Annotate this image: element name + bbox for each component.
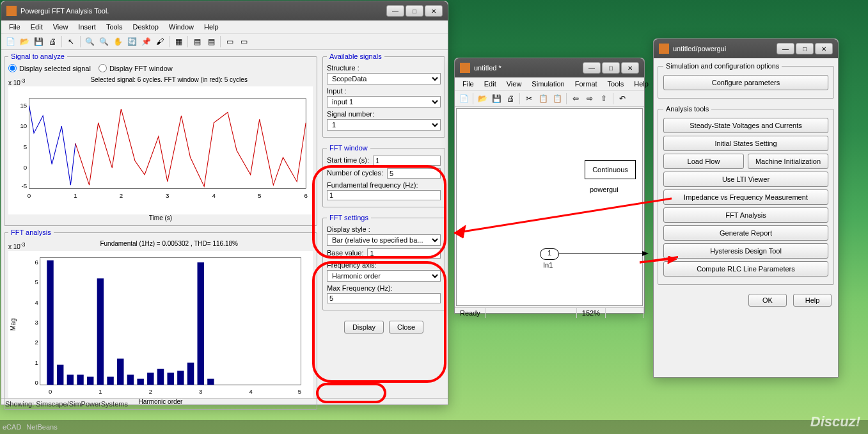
up-icon[interactable]: ⇧ bbox=[597, 92, 610, 105]
titlebar[interactable]: untitled * — □ ✕ bbox=[455, 58, 644, 77]
titlebar[interactable]: untitled/powergui — □ ✕ bbox=[654, 39, 838, 58]
initial-states-button[interactable]: Initial States Setting bbox=[663, 136, 828, 151]
menu-file[interactable]: File bbox=[459, 79, 478, 89]
pan-icon[interactable]: ✋ bbox=[111, 35, 124, 48]
pointer-icon[interactable]: ↖ bbox=[65, 35, 77, 48]
powergui-block[interactable]: Continuous bbox=[585, 160, 636, 179]
menu-tools[interactable]: Tools bbox=[604, 79, 628, 89]
hysteresis-button[interactable]: Hysteresis Design Tool bbox=[663, 243, 828, 259]
minimize-button[interactable]: — bbox=[777, 43, 794, 54]
fund-input[interactable] bbox=[327, 190, 441, 200]
datatip-icon[interactable]: 📌 bbox=[139, 35, 152, 48]
menu-edit[interactable]: Edit bbox=[480, 79, 500, 89]
colorbar-icon[interactable]: ▦ bbox=[172, 35, 185, 48]
svg-rect-13 bbox=[40, 257, 301, 385]
maximize-button[interactable]: □ bbox=[796, 43, 814, 54]
fax-select[interactable]: Harmonic order bbox=[327, 270, 441, 282]
close-button[interactable]: ✕ bbox=[815, 43, 833, 54]
configure-button[interactable]: Configure parameters bbox=[663, 75, 828, 90]
brush-icon[interactable]: 🖌 bbox=[154, 35, 166, 48]
help-button[interactable]: Help bbox=[793, 294, 832, 307]
impedance-button[interactable]: Impedance vs Frequency Measurement bbox=[663, 189, 828, 205]
display-button[interactable]: Display bbox=[344, 321, 384, 334]
menu-view[interactable]: View bbox=[49, 22, 72, 32]
menu-view[interactable]: View bbox=[503, 79, 526, 89]
save-icon[interactable]: 💾 bbox=[32, 35, 45, 48]
input-label: Input : bbox=[327, 87, 441, 95]
menu-help[interactable]: Help bbox=[630, 79, 652, 89]
legend-icon[interactable]: ▤ bbox=[191, 35, 203, 48]
zoomin-icon[interactable]: 🔍 bbox=[83, 35, 96, 48]
input-select[interactable]: input 1 bbox=[327, 96, 441, 108]
menu-edit[interactable]: Edit bbox=[27, 22, 47, 32]
maxf-label: Max Frequency (Hz): bbox=[327, 284, 441, 292]
print-icon[interactable]: 🖨 bbox=[46, 35, 59, 48]
print-icon[interactable]: 🖨 bbox=[504, 92, 517, 105]
menu-help[interactable]: Help bbox=[200, 22, 223, 32]
maximize-button[interactable]: □ bbox=[602, 62, 620, 74]
svg-text:0: 0 bbox=[24, 165, 28, 172]
titlebar[interactable]: Powergui FFT Analysis Tool. — □ ✕ bbox=[1, 1, 448, 20]
close-button[interactable]: ✕ bbox=[425, 5, 443, 17]
rlc-button[interactable]: Compute RLC Line Parameters bbox=[663, 261, 828, 277]
steady-state-button[interactable]: Steady-State Voltages and Currents bbox=[663, 118, 828, 133]
style-select[interactable]: Bar (relative to specified ba... bbox=[327, 234, 441, 246]
undo-icon[interactable]: ↶ bbox=[616, 92, 629, 105]
svg-rect-37 bbox=[147, 373, 154, 385]
svg-text:5: 5 bbox=[258, 192, 261, 199]
cycles-input[interactable] bbox=[387, 168, 441, 179]
menu-simulation[interactable]: Simulation bbox=[528, 79, 568, 89]
new-icon[interactable]: 📄 bbox=[4, 35, 17, 48]
taskbar[interactable]: eCAD NetBeans bbox=[0, 420, 868, 434]
open-icon[interactable]: 📂 bbox=[18, 35, 31, 48]
svg-text:4: 4 bbox=[212, 192, 216, 199]
menu-desktop[interactable]: Desktop bbox=[129, 22, 162, 32]
watermark: Discuz! bbox=[810, 414, 860, 430]
taskbar-item[interactable]: NetBeans bbox=[26, 423, 57, 431]
back-icon[interactable]: ⇦ bbox=[569, 92, 582, 105]
paste-icon[interactable]: 📋 bbox=[551, 92, 564, 105]
menu-window[interactable]: Window bbox=[165, 22, 198, 32]
structure-select[interactable]: ScopeData bbox=[327, 73, 441, 84]
menu-insert[interactable]: Insert bbox=[74, 22, 100, 32]
minimize-button[interactable]: — bbox=[386, 5, 404, 17]
cut-icon[interactable]: ✂ bbox=[523, 92, 535, 105]
base-input[interactable] bbox=[367, 248, 441, 259]
start-input[interactable] bbox=[373, 156, 441, 166]
rotate-icon[interactable]: 🔄 bbox=[125, 35, 138, 48]
tile-icon[interactable]: ▤ bbox=[205, 35, 217, 48]
minimize-button[interactable]: — bbox=[583, 62, 601, 74]
close-button[interactable]: ✕ bbox=[621, 62, 639, 74]
lti-viewer-button[interactable]: Use LTI Viewer bbox=[663, 172, 828, 187]
sigmin-select[interactable]: 1 bbox=[327, 119, 441, 131]
load-flow-button[interactable]: Load Flow bbox=[663, 154, 744, 169]
svg-rect-33 bbox=[107, 376, 113, 385]
radio-selected[interactable]: Display selected signal bbox=[8, 64, 91, 72]
signal-line bbox=[559, 251, 649, 256]
svg-text:4: 4 bbox=[35, 298, 38, 305]
open-icon[interactable]: 📂 bbox=[476, 92, 489, 105]
dock-icon[interactable]: ▭ bbox=[223, 35, 236, 48]
maxf-input[interactable] bbox=[327, 293, 441, 303]
close-button[interactable]: Close bbox=[389, 321, 423, 334]
menu-tools[interactable]: Tools bbox=[102, 22, 127, 32]
radio-fft[interactable]: Display FFT window bbox=[99, 64, 173, 72]
undock-icon[interactable]: ▭ bbox=[237, 35, 250, 48]
taskbar-item[interactable]: eCAD bbox=[3, 423, 21, 431]
maximize-button[interactable]: □ bbox=[406, 5, 423, 17]
simulink-canvas[interactable]: Continuous powergui 1 In1 bbox=[456, 108, 643, 306]
fft-analysis-button[interactable]: FFT Analysis bbox=[663, 207, 828, 223]
copy-icon[interactable]: 📋 bbox=[537, 92, 549, 105]
menu-format[interactable]: Format bbox=[571, 79, 601, 89]
machine-init-button[interactable]: Machine Initialization bbox=[748, 154, 828, 169]
save-icon[interactable]: 💾 bbox=[490, 92, 503, 105]
generate-report-button[interactable]: Generate Report bbox=[663, 225, 828, 241]
new-icon[interactable]: 📄 bbox=[457, 92, 470, 105]
simulink-window: untitled * — □ ✕ File Edit View Simulati… bbox=[454, 58, 645, 314]
signal-plot: -5051015 0123456 bbox=[8, 86, 313, 214]
in1-block[interactable]: 1 bbox=[540, 248, 559, 260]
menu-file[interactable]: File bbox=[5, 22, 24, 32]
forward-icon[interactable]: ⇨ bbox=[583, 92, 596, 105]
ok-button[interactable]: OK bbox=[748, 294, 787, 307]
zoomout-icon[interactable]: 🔍 bbox=[97, 35, 110, 48]
